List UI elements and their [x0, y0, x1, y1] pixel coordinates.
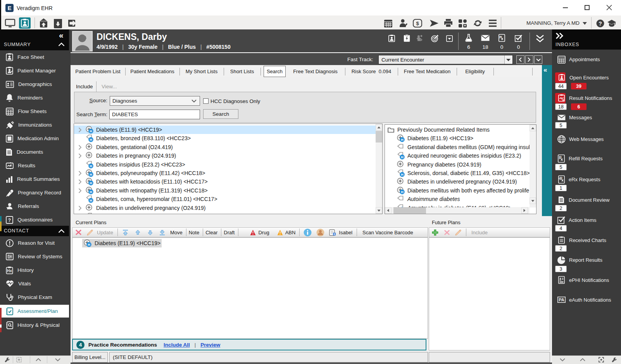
svg-text:?: ? — [599, 21, 602, 27]
svg-text:PA: PA — [559, 297, 564, 302]
svg-text:Hx: Hx — [7, 268, 12, 273]
svg-text:?: ? — [8, 217, 11, 223]
svg-text:$: $ — [416, 21, 419, 26]
